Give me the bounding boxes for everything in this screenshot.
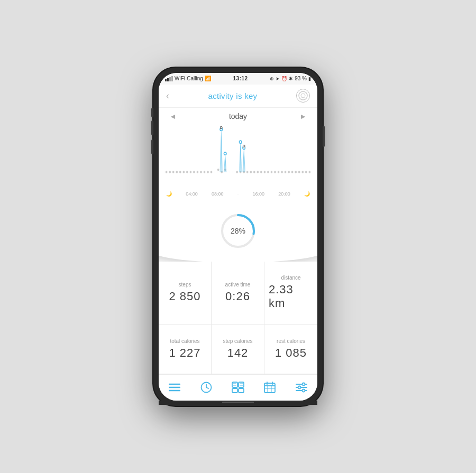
svg-line-55 bbox=[206, 387, 208, 388]
clock-icon bbox=[200, 381, 213, 394]
menu-icon bbox=[168, 381, 181, 394]
stats-grid: steps 2 850 active time 0:26 distance 2.… bbox=[159, 262, 317, 374]
chart-svg bbox=[164, 125, 312, 188]
nav-settings[interactable] bbox=[290, 379, 313, 396]
stat-total-calories: total calories 1 227 bbox=[159, 324, 212, 374]
spike-second bbox=[224, 153, 227, 172]
svg-point-30 bbox=[271, 171, 273, 173]
svg-rect-59 bbox=[239, 388, 244, 393]
rest-cal-label: rest calories bbox=[277, 338, 305, 344]
svg-point-15 bbox=[207, 171, 209, 173]
steps-value: 2 850 bbox=[169, 290, 200, 303]
baseline-dots bbox=[166, 168, 310, 173]
nav-activity[interactable] bbox=[226, 379, 250, 396]
steps-label: steps bbox=[179, 282, 191, 287]
moon-right-icon: 🌙 bbox=[304, 191, 310, 197]
svg-point-16 bbox=[210, 171, 213, 173]
location-icon: ⊕ bbox=[270, 76, 274, 81]
svg-point-45 bbox=[239, 141, 242, 143]
svg-point-43 bbox=[220, 126, 222, 128]
nav-calendar[interactable] bbox=[258, 379, 281, 396]
date-nav: ◄ today ► bbox=[159, 108, 317, 125]
svg-point-3 bbox=[166, 171, 168, 173]
svg-point-10 bbox=[190, 171, 192, 173]
spike-fourth bbox=[242, 147, 245, 172]
svg-point-31 bbox=[274, 171, 276, 173]
signal-icon bbox=[165, 76, 173, 81]
svg-point-28 bbox=[264, 171, 266, 173]
status-time: 13:12 bbox=[233, 76, 248, 81]
progress-section: 28% bbox=[159, 207, 317, 252]
battery-label: 93 % bbox=[295, 76, 307, 81]
time-label-8: 08:00 bbox=[212, 191, 224, 197]
svg-point-36 bbox=[291, 171, 294, 173]
total-cal-label: total calories bbox=[170, 338, 199, 344]
watch-icon[interactable] bbox=[296, 89, 310, 103]
status-left: WiFi-Calling 📶 bbox=[165, 76, 211, 81]
svg-rect-56 bbox=[232, 382, 237, 387]
svg-rect-58 bbox=[232, 388, 237, 393]
wifi-icon: 📶 bbox=[205, 76, 211, 81]
time-axis: 🌙 04:00 08:00 · 16:00 20:00 🌙 bbox=[164, 190, 312, 197]
step-cal-value: 142 bbox=[227, 346, 249, 360]
spike-third bbox=[239, 142, 242, 172]
svg-point-14 bbox=[204, 171, 206, 173]
svg-point-35 bbox=[288, 171, 290, 173]
status-right: ⊕ ➤ ⏰ ✱ 93 % ▮ bbox=[270, 76, 311, 81]
stat-distance: distance 2.33 km bbox=[264, 262, 317, 325]
navigation-icon: ➤ bbox=[276, 76, 280, 81]
svg-point-9 bbox=[186, 171, 188, 173]
svg-point-1 bbox=[301, 94, 305, 98]
svg-point-4 bbox=[169, 171, 171, 173]
phone-screen: WiFi-Calling 📶 13:12 ⊕ ➤ ⏰ ✱ 93 % ▮ ‹ ac… bbox=[159, 73, 317, 401]
svg-point-39 bbox=[301, 171, 304, 173]
prev-day-button[interactable]: ◄ bbox=[169, 112, 177, 120]
next-day-button[interactable]: ► bbox=[299, 112, 307, 120]
sliders-icon bbox=[295, 381, 308, 394]
svg-point-17 bbox=[217, 168, 219, 170]
active-time-label: active time bbox=[225, 282, 251, 287]
svg-point-75 bbox=[298, 386, 301, 389]
vol-down-button bbox=[151, 140, 153, 154]
svg-point-26 bbox=[257, 171, 259, 173]
stat-rest-calories: rest calories 1 085 bbox=[264, 324, 317, 374]
svg-point-23 bbox=[246, 171, 249, 173]
bluetooth-icon: ✱ bbox=[289, 76, 293, 81]
date-label: today bbox=[229, 112, 247, 120]
arch-divider bbox=[159, 252, 317, 262]
stat-step-calories: step calories 142 bbox=[212, 324, 264, 374]
time-label-16: 16:00 bbox=[252, 191, 264, 197]
mute-button bbox=[151, 108, 153, 117]
svg-point-47 bbox=[243, 145, 245, 147]
active-time-value: 0:26 bbox=[225, 290, 250, 303]
nav-history[interactable] bbox=[195, 379, 218, 396]
moon-left-icon: 🌙 bbox=[166, 191, 172, 197]
back-button[interactable]: ‹ bbox=[166, 90, 169, 101]
time-label-mid: · bbox=[237, 191, 239, 197]
status-bar: WiFi-Calling 📶 13:12 ⊕ ➤ ⏰ ✱ 93 % ▮ bbox=[159, 73, 317, 85]
total-cal-value: 1 227 bbox=[169, 346, 200, 360]
home-indicator bbox=[159, 401, 317, 405]
svg-point-7 bbox=[179, 171, 181, 173]
power-button bbox=[323, 126, 325, 147]
nav-menu[interactable] bbox=[163, 379, 186, 396]
svg-point-76 bbox=[303, 389, 305, 392]
page-title: activity is key bbox=[208, 91, 258, 100]
svg-point-41 bbox=[308, 171, 310, 173]
distance-label: distance bbox=[281, 275, 300, 281]
svg-point-8 bbox=[182, 171, 185, 173]
time-label-20: 20:00 bbox=[278, 191, 290, 197]
svg-point-38 bbox=[298, 171, 300, 173]
bottom-nav bbox=[159, 374, 317, 401]
battery-icon: ▮ bbox=[308, 76, 311, 81]
activity-chart: 🌙 04:00 08:00 · 16:00 20:00 🌙 bbox=[159, 125, 317, 207]
svg-point-29 bbox=[267, 171, 269, 173]
svg-rect-64 bbox=[264, 383, 275, 393]
alarm-icon: ⏰ bbox=[281, 76, 287, 81]
svg-point-34 bbox=[285, 171, 287, 173]
phone-frame: WiFi-Calling 📶 13:12 ⊕ ➤ ⏰ ✱ 93 % ▮ ‹ ac… bbox=[153, 68, 323, 406]
stat-active-time: active time 0:26 bbox=[212, 262, 264, 325]
calendar-icon bbox=[263, 381, 276, 394]
svg-point-20 bbox=[236, 171, 238, 173]
time-label-4: 04:00 bbox=[186, 191, 198, 197]
